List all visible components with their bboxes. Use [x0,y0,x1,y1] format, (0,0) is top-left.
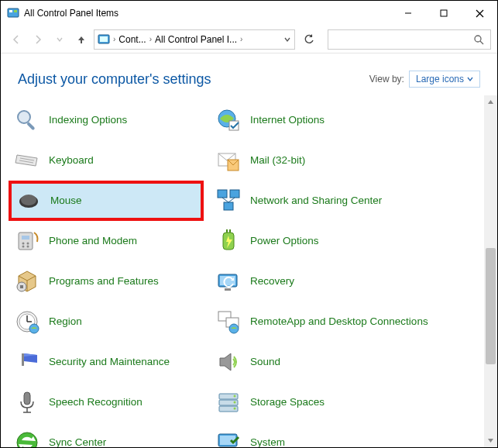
phone-icon [13,227,41,255]
svg-rect-1 [9,10,12,12]
search-input[interactable] [328,29,491,50]
item-programs-features[interactable]: Programs and Features [9,261,204,302]
svg-point-54 [234,395,236,398]
item-internet-options[interactable]: Internet Options [210,100,476,140]
item-label: Indexing Options [49,114,127,126]
security-icon [13,348,41,376]
system-icon [215,429,242,447]
control-panel-icon [98,33,110,46]
item-label: Sound [250,356,280,368]
network-icon [215,187,242,215]
item-mouse[interactable]: Mouse [9,181,204,221]
item-sound[interactable]: Sound [210,342,476,382]
view-by-dropdown[interactable]: Large icons [409,71,480,88]
item-mail[interactable]: Mail (32-bit) [210,140,476,181]
svg-rect-12 [26,122,35,130]
indexing-icon [13,106,41,134]
item-power-options[interactable]: Power Options [210,221,476,261]
remoteapp-icon [215,308,242,336]
breadcrumb[interactable]: › Cont... › All Control Panel I... › [94,29,295,50]
item-label: Mouse [50,195,82,207]
close-button[interactable] [462,1,497,26]
item-system[interactable]: System [210,422,476,447]
item-recovery[interactable]: Recovery [210,261,476,302]
mail-icon [215,146,242,174]
item-phone-modem[interactable]: Phone and Modem [9,221,204,261]
view-by-label: View by: [369,74,404,84]
item-label: Network and Sharing Center [250,195,382,207]
svg-rect-26 [19,233,33,250]
svg-rect-36 [20,285,23,288]
item-security-maintenance[interactable]: Security and Maintenance [9,342,204,382]
minimize-button[interactable] [390,1,426,26]
item-label: Programs and Features [49,275,159,288]
svg-point-31 [27,246,29,248]
chevron-down-icon[interactable] [283,36,291,43]
maximize-button[interactable] [426,1,462,26]
item-label: Mail (32-bit) [250,154,305,167]
back-button[interactable] [7,30,26,49]
recent-dropdown[interactable] [50,30,69,49]
item-network-sharing[interactable]: Network and Sharing Center [210,181,476,221]
mouse-icon [15,187,43,215]
chevron-right-icon: › [149,35,152,43]
svg-rect-2 [14,10,17,12]
sound-icon [215,348,242,376]
speech-icon [13,388,41,416]
item-label: RemoteApp and Desktop Connections [250,315,428,328]
scroll-up-button[interactable] [484,95,497,109]
refresh-button[interactable] [298,29,320,50]
page-heading: Adjust your computer's settings [18,71,369,88]
svg-rect-22 [230,190,239,198]
svg-rect-39 [225,288,231,291]
item-label: Storage Spaces [250,396,325,408]
up-button[interactable] [72,30,91,49]
item-label: Sync Center [49,436,106,447]
item-label: Speech Recognition [49,396,143,408]
power-icon [215,227,242,255]
svg-point-29 [27,243,29,245]
forward-button[interactable] [29,30,47,49]
svg-point-11 [18,111,30,123]
chevron-right-icon: › [240,35,242,43]
svg-point-9 [475,36,481,42]
item-sync-center[interactable]: Sync Center [9,422,204,447]
svg-rect-23 [224,202,233,210]
item-label: Power Options [250,235,319,247]
svg-rect-4 [441,10,447,16]
items-grid: Indexing Options Internet Options Keyboa… [1,95,484,447]
scroll-thumb[interactable] [486,248,496,364]
svg-rect-21 [218,190,227,198]
scroll-down-button[interactable] [484,434,497,447]
item-keyboard[interactable]: Keyboard [9,140,204,181]
keyboard-icon [13,146,41,174]
item-region[interactable]: Region [9,302,204,342]
navbar: › Cont... › All Control Panel I... › [1,26,497,53]
window: All Control Panel Items › Cont... › All … [0,0,498,448]
item-speech-recognition[interactable]: Speech Recognition [9,382,204,422]
titlebar: All Control Panel Items [1,1,497,26]
svg-line-10 [480,41,483,44]
svg-line-25 [228,198,235,202]
breadcrumb-item[interactable]: Cont... [118,34,146,45]
scrollbar[interactable] [484,95,497,447]
item-label: Security and Maintenance [49,356,170,368]
svg-rect-34 [229,229,231,233]
content: Indexing Options Internet Options Keyboa… [1,95,497,447]
programs-icon [13,267,41,295]
heading-row: Adjust your computer's settings View by:… [1,53,497,95]
item-remoteapp[interactable]: RemoteApp and Desktop Connections [210,302,476,342]
svg-rect-27 [22,236,29,240]
item-label: Region [49,315,82,328]
svg-rect-0 [8,9,19,17]
storage-icon [215,388,242,416]
item-indexing-options[interactable]: Indexing Options [9,100,204,140]
region-icon [13,308,41,336]
item-label: Internet Options [250,114,325,126]
scroll-track[interactable] [484,109,497,434]
item-storage-spaces[interactable]: Storage Spaces [210,382,476,422]
window-title: All Control Panel Items [24,8,390,19]
svg-point-56 [234,408,236,410]
svg-rect-8 [100,36,108,42]
breadcrumb-item[interactable]: All Control Panel I... [155,34,237,45]
